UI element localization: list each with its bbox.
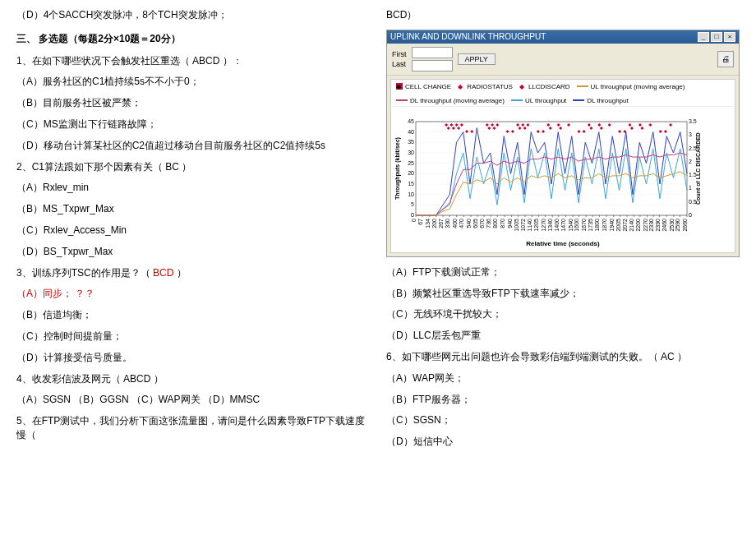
- minimize-icon[interactable]: _: [698, 32, 709, 42]
- option-d-intro: （D）4个SACCH突发脉冲，8个TCH突发脉冲；: [16, 8, 370, 22]
- svg-text:1270: 1270: [541, 219, 546, 232]
- q3a: （A）同步； ？？: [16, 287, 370, 301]
- legend-llc-discard: ◆LLCDISCARD: [519, 83, 570, 90]
- svg-text:2460: 2460: [662, 219, 667, 232]
- q1d: （D）移动台计算某社区的C2值超过移动台目前服务社区的C2值持续5s: [16, 139, 370, 153]
- q5a: （A）FTP下载测试正常；: [386, 265, 740, 279]
- svg-text:3: 3: [689, 131, 692, 137]
- svg-text:267: 267: [438, 219, 444, 228]
- last-label: Last: [392, 60, 407, 68]
- svg-text:736: 736: [486, 219, 491, 228]
- q4: 4、收发彩信波及网元（ ABCD ）: [16, 372, 370, 386]
- section-title: 三、 多选题（每题2分×10题＝20分）: [16, 32, 370, 46]
- q6b: （B）FTP服务器；: [386, 393, 740, 407]
- svg-text:67: 67: [417, 219, 423, 225]
- q2d: （D）BS_Txpwr_Max: [16, 245, 370, 259]
- legend-ul: UL throughput: [511, 97, 566, 104]
- first-label: First: [392, 50, 407, 58]
- svg-text:1205: 1205: [533, 219, 539, 232]
- legend-dl-label: DL throughput: [587, 97, 628, 104]
- chart-toolbar: First Last APPLY 🖨: [387, 44, 739, 76]
- svg-text:1340: 1340: [547, 219, 553, 232]
- svg-text:10: 10: [408, 191, 414, 196]
- legend-ul-label: UL throughput: [525, 97, 566, 104]
- svg-text:20: 20: [408, 170, 414, 176]
- svg-text:1870: 1870: [602, 219, 607, 232]
- svg-text:1005: 1005: [514, 219, 519, 232]
- legend-radio-status-label: RADIOSTATUS: [467, 83, 513, 90]
- chart-legend: ◆CELL CHANGE ◆RADIOSTATUS ◆LLCDISCARD UL…: [393, 81, 733, 107]
- q6d: （D）短信中心: [386, 435, 740, 449]
- legend-dl: DL throughput: [573, 97, 628, 104]
- svg-text:25: 25: [408, 159, 414, 165]
- svg-text:5: 5: [411, 201, 414, 207]
- svg-text:2270: 2270: [643, 219, 648, 232]
- q3-text: 3、训练序列TSC的作用是？（: [16, 267, 153, 279]
- legend-cell-change: ◆CELL CHANGE: [396, 83, 451, 90]
- last-input[interactable]: [412, 60, 453, 71]
- document-page: （D）4个SACCH突发脉冲，8个TCH突发脉冲； 三、 多选题（每题2分×10…: [0, 0, 756, 535]
- svg-text:1470: 1470: [560, 219, 566, 232]
- q1: 1、在如下哪些状况下会触发社区重选（ ABCD ）：: [16, 54, 370, 68]
- svg-text:1072: 1072: [520, 219, 526, 232]
- q3-bcd: BCD: [153, 267, 177, 279]
- q1b: （B）目前服务社区被严禁；: [16, 96, 370, 110]
- q2a: （A）Rxlev_min: [16, 181, 370, 195]
- close-icon[interactable]: ×: [724, 32, 735, 42]
- q2: 2、C1算法跟如下那个因素有关（ BC ）: [16, 160, 370, 174]
- chart-svg: 05101520253035404500.511.522.533.5067134…: [393, 107, 705, 238]
- svg-text:2660: 2660: [682, 219, 688, 232]
- maximize-icon[interactable]: □: [711, 32, 722, 42]
- svg-text:1540: 1540: [568, 219, 574, 232]
- legend-cell-change-label: CELL CHANGE: [405, 83, 451, 90]
- svg-text:540: 540: [466, 219, 472, 228]
- first-field: First Last: [392, 50, 407, 68]
- svg-rect-110: [416, 122, 687, 215]
- legend-radio-status: ◆RADIOSTATUS: [458, 83, 513, 90]
- svg-text:2590: 2590: [675, 219, 680, 232]
- q3: 3、训练序列TSC的作用是？（ BCD ）: [16, 266, 370, 280]
- svg-text:0: 0: [411, 212, 414, 218]
- chart-window-title: UPLINK AND DOWNLINK THROUGHPUT: [390, 32, 546, 41]
- svg-text:0: 0: [411, 219, 417, 222]
- legend-dl-ma: DL throughput (moving average): [396, 97, 505, 104]
- svg-text:2072: 2072: [622, 219, 628, 232]
- q3c: （C）控制时间提前量；: [16, 330, 370, 344]
- apply-button[interactable]: APPLY: [458, 53, 496, 65]
- inputs: [412, 47, 453, 71]
- right-column: BCD） UPLINK AND DOWNLINK THROUGHPUT _ □ …: [378, 0, 756, 535]
- svg-text:400: 400: [452, 219, 458, 228]
- q2c: （C）Rxlev_Access_Min: [16, 224, 370, 238]
- print-icon[interactable]: 🖨: [717, 51, 734, 67]
- q6: 6、如下哪些网元出问题也许会导致彩信端到端测试的失败。（ AC ）: [386, 350, 740, 364]
- q6c: （C）SGSN；: [386, 413, 740, 427]
- svg-text:2: 2: [689, 159, 692, 164]
- q5-bcd: BCD）: [386, 8, 740, 22]
- svg-text:330: 330: [445, 219, 450, 228]
- chart-body: ◆CELL CHANGE ◆RADIOSTATUS ◆LLCDISCARD UL…: [390, 79, 735, 253]
- svg-text:1400: 1400: [554, 219, 560, 232]
- svg-text:1735: 1735: [588, 219, 593, 232]
- legend-llc-discard-label: LLCDISCARD: [528, 83, 570, 90]
- svg-text:2530: 2530: [669, 219, 675, 232]
- svg-text:670: 670: [479, 219, 485, 228]
- svg-text:3.5: 3.5: [689, 118, 697, 124]
- legend-dl-ma-label: DL throughput (moving average): [410, 97, 505, 104]
- svg-text:605: 605: [472, 219, 478, 228]
- left-column: （D）4个SACCH突发脉冲，8个TCH突发脉冲； 三、 多选题（每题2分×10…: [0, 0, 378, 535]
- chart-xlabel: Relative time (seconds): [393, 238, 733, 251]
- svg-text:40: 40: [408, 128, 414, 134]
- svg-text:1140: 1140: [527, 219, 532, 232]
- q5b: （B）频繁社区重选导致FTP下载速率减少；: [386, 287, 740, 301]
- svg-text:45: 45: [408, 118, 414, 124]
- svg-text:2330: 2330: [648, 219, 654, 232]
- svg-text:2005: 2005: [615, 219, 621, 232]
- svg-text:870: 870: [500, 219, 505, 228]
- q5: 5、在FTP测试中，我们分析下面这张流量图，请问是什么因素导致FTP下载速度慢（: [16, 414, 370, 442]
- svg-text:Throughputs (kbit/sec): Throughputs (kbit/sec): [394, 137, 401, 200]
- first-input[interactable]: [412, 47, 453, 58]
- svg-text:2140: 2140: [629, 219, 634, 232]
- q1c: （C）MS监测出下行链路故障；: [16, 118, 370, 131]
- q6a: （A）WAP网关；: [386, 371, 740, 385]
- svg-text:15: 15: [408, 181, 414, 187]
